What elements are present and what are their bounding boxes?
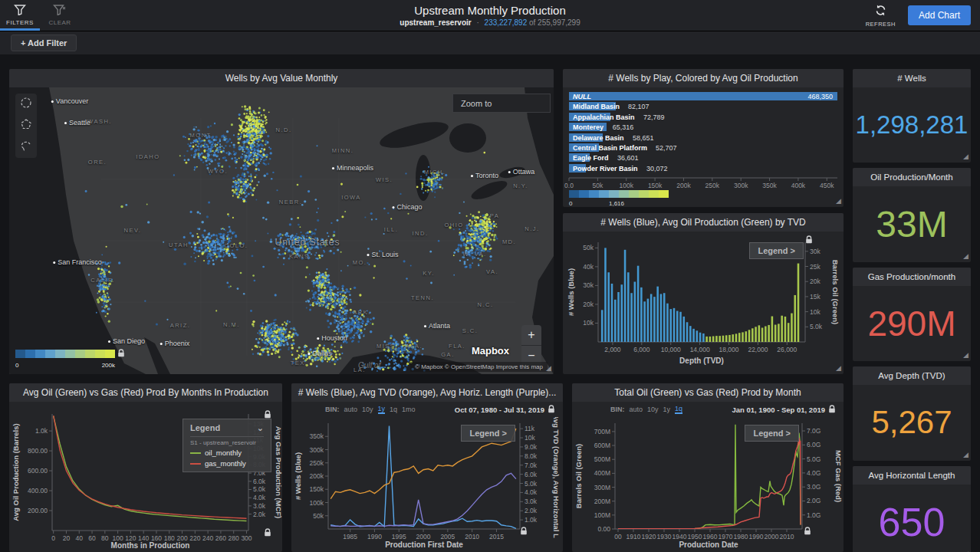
bin-option-1y[interactable]: 1y xyxy=(378,405,386,414)
kpi-title[interactable]: Avg Horizontal Length xyxy=(853,466,971,485)
resize-handle-icon[interactable]: ◢ xyxy=(836,198,841,205)
lock-icon[interactable] xyxy=(264,408,271,422)
tvd-chart-title[interactable]: # Wells (Blue), Avg Oil Production (Gree… xyxy=(563,213,844,232)
bin-option-10y[interactable]: 10y xyxy=(647,406,659,413)
svg-text:11k: 11k xyxy=(525,425,535,432)
kpi-title[interactable]: # Wells xyxy=(853,69,971,87)
map-chart-title[interactable]: Wells by Avg Value Monthly xyxy=(9,69,554,87)
bin-label: BIN: xyxy=(610,406,625,413)
svg-text:1.0k: 1.0k xyxy=(35,427,48,435)
row-chart-bar-delaware-basin[interactable]: Delaware Basin58,651 xyxy=(569,133,837,143)
svg-text:1980: 1980 xyxy=(734,533,748,540)
row-chart-bar-monterey[interactable]: Monterey65,316 xyxy=(569,123,837,132)
svg-text:150k: 150k xyxy=(310,485,324,493)
svg-text:2000: 2000 xyxy=(416,533,431,540)
svg-text:14,000: 14,000 xyxy=(690,346,710,353)
zoom-to-dropdown[interactable]: Zoom to xyxy=(452,94,551,113)
bin-option-10y[interactable]: 10y xyxy=(362,406,373,413)
months-chart-title[interactable]: Avg Oil (Green) vs Gas (Red) Prod By Mon… xyxy=(9,383,282,402)
bin-option-1mo[interactable]: 1mo xyxy=(402,406,416,413)
svg-text:00: 00 xyxy=(614,533,622,540)
tvd-chart-panel: # Wells (Blue), Avg Oil Production (Gree… xyxy=(563,213,844,374)
prod-month-chart-body[interactable]: BIN:auto10y1y1qJan 01, 1900 - Sep 01, 20… xyxy=(572,402,844,550)
tvd-chart-body[interactable]: 2,0006,00010,00014,00018,00022,00026,000… xyxy=(563,232,844,374)
kpi-title[interactable]: Avg Depth (TVD) xyxy=(853,366,971,385)
svg-text:2000: 2000 xyxy=(765,533,779,540)
row-chart-bar-central-basin-platform[interactable]: Central Basin Platform52,707 xyxy=(569,143,837,153)
kpi-title[interactable]: Gas Production/month xyxy=(853,268,971,286)
add-filter-button[interactable]: + Add Filter xyxy=(11,34,77,51)
svg-text:9.0k: 9.0k xyxy=(525,443,538,451)
chevron-down-icon[interactable]: ⌄ xyxy=(257,423,264,433)
map-canvas[interactable]: WASH.ORE.IDAHOMONT.N.D.MINN.WIS.MICH.NEV… xyxy=(9,87,554,374)
row-chart-bar-midland-basin[interactable]: Midland Basin82,107 xyxy=(569,102,837,111)
resize-handle-icon[interactable]: ◢ xyxy=(963,153,968,160)
lock-icon[interactable] xyxy=(805,233,813,247)
legend-item-oil[interactable]: oil_monthly xyxy=(190,449,264,457)
kpi-title[interactable]: Oil Production/Month xyxy=(853,168,971,186)
svg-text:2.0G: 2.0G xyxy=(807,497,821,504)
zoom-in-button[interactable]: + xyxy=(521,325,541,346)
draw-polygon-icon[interactable] xyxy=(20,118,32,133)
row-chart-bar-powder-river-basin[interactable]: Powder River Basin30,072 xyxy=(569,164,837,173)
svg-text:0: 0 xyxy=(51,534,55,542)
map-attribution[interactable]: © Mapbox © OpenStreetMap Improve this ma… xyxy=(410,362,548,372)
date-range[interactable]: Jan 01, 1900 - Sep 01, 2019 xyxy=(732,406,825,414)
svg-text:15k: 15k xyxy=(810,293,821,301)
legend-item-gas[interactable]: gas_monthly xyxy=(190,459,264,468)
bin-option-auto[interactable]: auto xyxy=(630,406,643,413)
draw-lasso-icon[interactable] xyxy=(20,140,32,155)
svg-text:Barrels Oil (Green): Barrels Oil (Green) xyxy=(831,260,840,324)
lock-icon[interactable] xyxy=(804,524,811,538)
wells-by-play-title[interactable]: # Wells by Play, Colored by Avg Oil Prod… xyxy=(563,69,844,87)
svg-text:4.0k: 4.0k xyxy=(525,488,538,496)
legend-toggle[interactable]: Legend > xyxy=(461,425,515,442)
resize-handle-icon[interactable]: ◢ xyxy=(963,452,968,458)
prod-month-line-chart: 0019101920193019401950196019701980199020… xyxy=(572,417,844,550)
legend-toggle[interactable]: Legend > xyxy=(749,242,804,259)
svg-text:Avg Gas Production (MCF): Avg Gas Production (MCF) xyxy=(275,426,282,519)
svg-text:1985: 1985 xyxy=(343,533,357,540)
legend-toggle[interactable]: Legend > xyxy=(745,425,799,442)
resize-handle-icon[interactable]: ◢ xyxy=(963,352,968,359)
svg-text:6.0k: 6.0k xyxy=(253,478,266,485)
first-date-chart-body[interactable]: BIN:auto10y1y1q1moOct 07, 1980 - Jul 31,… xyxy=(291,402,563,550)
add-chart-button[interactable]: Add Chart xyxy=(908,5,971,25)
date-range[interactable]: Oct 07, 1980 - Jul 31, 2019 xyxy=(455,406,544,414)
dashboard-subtitle: upstream_reservoir · 233,227,892 of 255,… xyxy=(0,18,980,27)
svg-text:600.00: 600.00 xyxy=(28,467,48,475)
lock-icon[interactable] xyxy=(520,524,528,538)
svg-text:2010: 2010 xyxy=(465,533,479,540)
draw-circle-icon[interactable] xyxy=(20,97,32,112)
lock-icon[interactable] xyxy=(117,347,125,360)
lock-icon[interactable] xyxy=(828,405,836,415)
first-date-chart-title[interactable]: # Wells (Blue), Avg TVD (Orange), Avg Ho… xyxy=(291,383,563,402)
legend-item-label: gas_monthly xyxy=(205,459,246,468)
map-legend-swatches xyxy=(15,350,115,358)
row-chart-bar-eagle-ford[interactable]: Eagle Ford36,601 xyxy=(569,153,837,163)
months-chart-body[interactable]: 0204060801001201401601802002202402602803… xyxy=(9,402,282,550)
bin-option-1q[interactable]: 1q xyxy=(390,406,397,413)
resize-handle-icon[interactable]: ◢ xyxy=(963,253,968,260)
svg-text:20k: 20k xyxy=(810,278,821,285)
row-chart-bar-appalachian-basin[interactable]: Appalachian Basin72,789 xyxy=(569,113,837,122)
resize-handle-icon[interactable]: ◢ xyxy=(836,365,841,372)
bin-option-auto[interactable]: auto xyxy=(344,406,358,413)
refresh-button[interactable]: REFRESH xyxy=(866,4,896,28)
svg-text:60: 60 xyxy=(88,534,96,542)
bin-option-1q[interactable]: 1q xyxy=(675,405,682,414)
svg-text:50k: 50k xyxy=(313,512,324,520)
row-chart-bar-null[interactable]: NULL468,350 xyxy=(569,92,837,101)
lock-icon[interactable] xyxy=(548,405,555,415)
svg-text:1.0k: 1.0k xyxy=(525,516,538,524)
resize-handle-icon[interactable]: ◢ xyxy=(546,365,551,372)
legend-box[interactable]: Legend ⌄ S1 - upstream_reservoir oil_mon… xyxy=(183,419,271,472)
lock-icon[interactable] xyxy=(264,526,271,540)
prod-month-chart-title[interactable]: Total Oil (Green) vs Gas (Red) Prod by M… xyxy=(572,383,844,402)
wells-by-play-body[interactable]: 0.050k100k150k200k250k300k350k400k450k N… xyxy=(563,87,844,207)
svg-text:3.0k: 3.0k xyxy=(525,498,538,505)
bin-option-1y[interactable]: 1y xyxy=(663,406,671,413)
svg-text:2,000: 2,000 xyxy=(604,346,621,353)
dashboard-title[interactable]: Upstream Monthly Production xyxy=(0,4,980,17)
mapbox-logo[interactable]: Mapbox xyxy=(472,345,509,356)
